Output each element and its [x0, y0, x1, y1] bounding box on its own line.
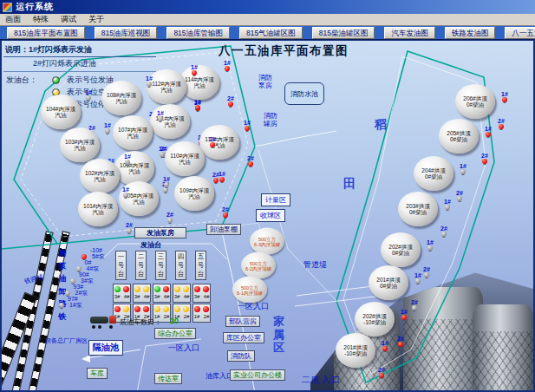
storage-tank[interactable]: 102#内浮顶 汽油 1# 2#: [80, 159, 120, 193]
platform-lamp-indicator: [163, 306, 169, 312]
tank-lamp-1-indicator: [158, 116, 163, 121]
tank-body: 102#内浮顶 汽油: [80, 159, 120, 193]
menu-item[interactable]: 关于: [88, 14, 104, 25]
tank-name: 108#内浮顶: [107, 92, 136, 98]
platform-lamp-indicator: [203, 286, 209, 292]
toolbar-button[interactable]: 815油库巡视图: [95, 27, 158, 39]
menu-item[interactable]: 画面: [5, 14, 21, 25]
equipment-factory-label: 设备总厂厂房区: [45, 336, 88, 345]
tank-name: 101#内浮顶: [83, 203, 113, 209]
storage-tank[interactable]: 106#内浮顶 汽油 1# 2#: [114, 151, 154, 186]
platform-upper-lamp-box: 3#4#: [192, 284, 211, 303]
tank-name: 204#拱顶: [421, 167, 445, 173]
storage-tank[interactable]: 107#内浮顶 汽油 1# 2#: [113, 115, 153, 150]
tank-lamp-1: 1#: [499, 91, 510, 102]
storage-tank[interactable]: 202#拱顶 -10#柴油 1# 2#: [355, 302, 395, 336]
toolbar-button[interactable]: 汽车发油图: [384, 27, 435, 39]
small-tank[interactable]: 500立方6-3内浮顶罐: [250, 228, 284, 255]
small-tank-name: 6-2内浮顶罐: [245, 265, 271, 271]
tank-lamp-1-label: 1#: [244, 120, 251, 126]
tank-lamp-1: 1#: [83, 89, 94, 101]
tank-lamp-1-indicator: [164, 182, 169, 187]
platform-lamp-label: 4#: [143, 294, 150, 302]
tank-lamp-1-indicator: [460, 169, 466, 174]
toolbar-button[interactable]: 815油库管输图: [166, 27, 230, 39]
rail-pump-name-label: 4#泵: [87, 265, 100, 271]
platform-lamp-indicator: [134, 286, 140, 292]
tank-lamp-1: 1#: [242, 120, 252, 131]
storage-tank[interactable]: 206#拱顶 0#柴油 1# 2#: [455, 84, 495, 119]
menu-item[interactable]: 调试: [61, 14, 76, 25]
storage-tank[interactable]: 201#拱顶 -10#柴油 1# 2#: [336, 333, 375, 368]
toolbar-button[interactable]: 815气油罐区图: [239, 27, 303, 39]
tank-product: 0#柴油: [450, 136, 467, 142]
storage-tank[interactable]: 204#拱顶 0#柴油 1# 2#: [414, 156, 453, 191]
storage-tank[interactable]: 112#内浮顶 汽油 1# 2#: [147, 69, 186, 104]
platform-name-box: 二号台: [135, 251, 147, 280]
metering-area-label: 计量区: [261, 193, 290, 206]
platform-lamp-label: 4#: [203, 294, 210, 302]
rail-pump: 97#1#泵: [59, 298, 94, 310]
army-barracks-label: 部队营房: [225, 316, 260, 327]
tank-lamp-1-label: 1#: [104, 122, 111, 128]
tank-lamp-2: 2#: [480, 153, 490, 164]
storage-tank[interactable]: 113#内浮顶 汽油 1# 2#: [199, 125, 239, 160]
tank-lamp-2-indicator: [441, 232, 447, 237]
platform-lamp-indicator: [194, 286, 200, 292]
tank-lamp-2: 2#: [124, 222, 134, 233]
tank-lamp-1-label: 1#: [460, 163, 466, 169]
rail-pump-grade-label: 90#: [79, 271, 89, 278]
toolbar-button[interactable]: 八一五油库罐区图: [505, 27, 535, 39]
platform-lamp-label: 3#: [173, 294, 180, 302]
storage-tank[interactable]: 205#拱顶 0#柴油 1# 2#: [439, 119, 479, 154]
tank-lamp-1-indicator: [219, 177, 225, 182]
toolbar-button[interactable]: 铁路发油图: [445, 27, 496, 39]
storage-tank[interactable]: 111#内浮顶 汽油 1# 2#: [150, 104, 190, 139]
fire-water-pool: 消防水池: [284, 82, 324, 105]
tank-lamp-2-indicator: [412, 305, 417, 310]
rice-field-char1: 稻: [375, 117, 387, 133]
platform-lamp-label: 3#: [193, 294, 200, 302]
storage-tank[interactable]: 202#拱顶 0#柴油 1# 2#: [381, 232, 421, 267]
storage-tank[interactable]: 108#内浮顶 汽油 1# 2#: [101, 81, 141, 115]
tank-product: 汽油: [194, 82, 206, 88]
zone1-entrance-mid-label: 一区入口: [168, 343, 199, 354]
menu-item[interactable]: 特殊: [33, 14, 49, 25]
fire-water-pool-label: 消防水池: [290, 90, 318, 98]
storage-tank[interactable]: 203#拱顶 0#柴油 1# 2#: [398, 192, 438, 226]
tank-product: 0#柴油: [392, 250, 409, 256]
platform-lamp-label: 4#: [123, 294, 130, 302]
tank-lamp-1: 1#: [161, 176, 172, 187]
storage-tank[interactable]: 110#内浮顶 汽油 1# 2#: [165, 141, 205, 176]
tank-lamp-2-label: 2#: [126, 222, 133, 228]
dispensing-platform-label: 发油台: [140, 240, 161, 250]
storage-tank[interactable]: 101#内浮顶 汽油 1# 2#: [78, 192, 118, 226]
storage-tank[interactable]: 104#内浮顶 汽油 1# 2#: [41, 95, 81, 129]
toolbar-button[interactable]: 815柴油罐区图: [312, 27, 375, 39]
family-area-label: 家属区: [272, 315, 285, 354]
title-bar: 运行系统: [0, 0, 535, 14]
storage-tank[interactable]: 109#内浮顶 汽油 1# 2#: [174, 176, 214, 211]
tank-lamp-2-indicator: [457, 196, 462, 201]
tank-lamp-1: 1#: [442, 199, 453, 210]
tank-lamp-1-indicator: [160, 152, 165, 157]
tank-lamp-2-label: 2#: [423, 266, 430, 272]
storage-tank[interactable]: 103#内浮顶 汽油 1# 2#: [60, 127, 100, 162]
tank-lamp-1: 1#: [399, 309, 409, 320]
storage-tank[interactable]: 201#拱顶 0#柴油 1# 2#: [369, 265, 408, 300]
tank-lamp-1-indicator: [245, 126, 250, 131]
window-title: 运行系统: [16, 1, 54, 13]
platform-lamp-indicator: [174, 306, 180, 312]
rail-pump-name-label: 3#泵: [81, 278, 94, 284]
small-tank[interactable]: 500立方6-1内浮顶罐: [232, 277, 267, 304]
rail-pump-indicator: [59, 303, 64, 308]
tank-lamp-2: 2#: [225, 95, 236, 107]
tank-lamp-1-indicator: [401, 315, 407, 320]
tank-lamp-1: 1#: [192, 99, 203, 110]
tank-body: 202#拱顶 0#柴油: [381, 232, 421, 267]
platform-lamp-indicator: [203, 306, 209, 312]
small-tank[interactable]: 500立方6-2内浮顶罐: [241, 252, 276, 279]
platform-lamp-indicator: [163, 286, 169, 292]
toolbar-button[interactable]: 815油库平面布置图: [7, 27, 85, 39]
tank-body: 108#内浮顶 汽油: [101, 81, 141, 115]
